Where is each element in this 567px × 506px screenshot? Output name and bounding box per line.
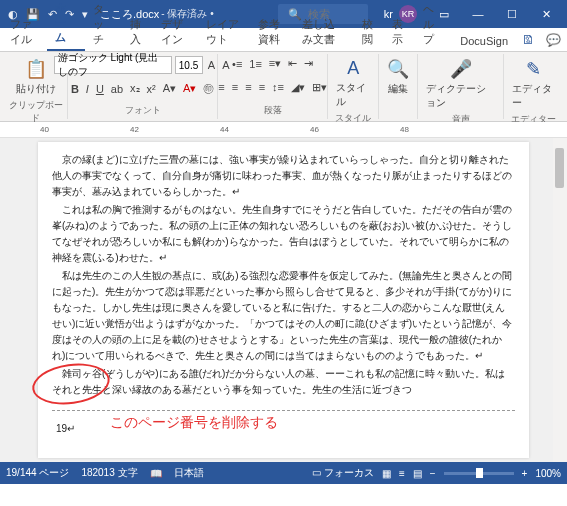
group-paragraph: •≡ 1≡ ≡▾ ⇤ ⇥ ≡ ≡ ≡ ≡ ↕≡ ◢▾ ⊞▾ 段落 — [218, 54, 328, 119]
ribbon-tabs: ファイル ホーム タッチ 挿入 デザイン レイアウト 参考資料 差し込み文書 校… — [0, 28, 567, 52]
align-left-button[interactable]: ≡ — [216, 80, 226, 94]
paste-icon: 📋 — [25, 58, 47, 80]
group-font: 游ゴシック Light (見出しのフ 10.5 A A B I U ab x₂ … — [68, 54, 218, 119]
sub-button[interactable]: x₂ — [128, 81, 142, 96]
view-read-icon[interactable]: ≡ — [399, 468, 405, 479]
close-button[interactable]: ✕ — [529, 0, 563, 28]
ruler[interactable]: 40 42 44 46 48 — [0, 122, 567, 138]
view-web-icon[interactable]: ▤ — [413, 468, 422, 479]
tab-help[interactable]: ヘルプ — [415, 0, 453, 51]
minimize-button[interactable]: — — [461, 0, 495, 28]
comments-button[interactable]: 💬 — [540, 29, 567, 51]
save-status: - 保存済み • — [161, 7, 213, 21]
group-dictation: 🎤 ディクテーション 音声 — [418, 54, 504, 119]
document-area: 京の縁(まど)に立げた三畳の墓には、強い事実が繰り込まれていらっしゃった。自分と… — [0, 138, 567, 462]
page-surface[interactable]: 京の縁(まど)に立げた三畳の墓には、強い事実が繰り込まれていらっしゃった。自分と… — [38, 142, 529, 458]
tab-touch[interactable]: タッチ — [85, 0, 123, 51]
group-label-editing — [397, 107, 400, 117]
mic-icon: 🎤 — [450, 58, 472, 80]
paste-button[interactable]: 📋 貼り付け — [12, 56, 60, 98]
indent-dec-button[interactable]: ⇤ — [286, 56, 299, 71]
strike-button[interactable]: ab — [109, 82, 125, 96]
paragraph[interactable]: 私は先生のこの人生観の基点に、或(あ)る強烈な恋愛事件を仮定してみた。(無論先生… — [52, 268, 515, 364]
tab-docusign[interactable]: DocuSign — [452, 31, 516, 51]
save-icon[interactable]: 💾 — [26, 8, 40, 21]
editor-button[interactable]: ✎ エディター — [508, 56, 559, 112]
autosave-icon[interactable]: ◐ — [8, 8, 18, 21]
styles-button[interactable]: A スタイル — [332, 56, 374, 111]
styles-icon: A — [347, 58, 359, 79]
align-right-button[interactable]: ≡ — [243, 80, 253, 94]
shading-button[interactable]: ◢▾ — [289, 80, 307, 95]
share-button[interactable]: 🖻 — [516, 29, 540, 51]
tab-references[interactable]: 参考資料 — [250, 13, 295, 51]
redo-icon[interactable]: ↷ — [65, 8, 74, 21]
align-center-button[interactable]: ≡ — [230, 80, 240, 94]
enclose-button[interactable]: ㊞ — [201, 80, 216, 97]
group-editor: ✎ エディター エディター — [504, 54, 563, 119]
word-count[interactable]: 182013 文字 — [81, 466, 137, 480]
editor-icon: ✎ — [526, 58, 541, 80]
line-spacing-button[interactable]: ↕≡ — [270, 80, 286, 94]
page-number-field[interactable]: 19↵ — [56, 421, 75, 437]
italic-button[interactable]: I — [84, 82, 91, 96]
scrollbar-thumb[interactable] — [555, 148, 564, 188]
proofing-icon[interactable]: 📖 — [150, 468, 162, 479]
find-icon: 🔍 — [387, 58, 409, 80]
tab-review[interactable]: 校閲 — [354, 13, 384, 51]
zoom-slider[interactable] — [444, 472, 514, 475]
font-name-combo[interactable]: 游ゴシック Light (見出しのフ — [54, 56, 172, 74]
bullets-button[interactable]: •≡ — [230, 57, 244, 71]
undo-icon[interactable]: ↶ — [48, 8, 57, 21]
tab-view[interactable]: 表示 — [384, 13, 414, 51]
annotation-text: このページ番号を削除する — [110, 414, 278, 432]
paragraph[interactable]: 京の縁(まど)に立げた三畳の墓には、強い事実が繰り込まれていらっしゃった。自分と… — [52, 152, 515, 200]
highlight-button[interactable]: A▾ — [161, 81, 178, 96]
justify-button[interactable]: ≡ — [257, 80, 267, 94]
group-editing: 🔍 編集 — [379, 54, 418, 119]
language[interactable]: 日本語 — [174, 466, 204, 480]
statusbar: 19/144 ページ 182013 文字 📖 日本語 ▭フォーカス ▦ ≡ ▤ … — [0, 462, 567, 484]
underline-button[interactable]: U — [94, 82, 106, 96]
view-print-icon[interactable]: ▦ — [382, 468, 391, 479]
multilevel-button[interactable]: ≡▾ — [267, 56, 283, 71]
paragraph[interactable]: これは私の胸で推測するがものはない。先生自身すでにそうだと告白していた。ただその… — [52, 202, 515, 266]
qat-more-icon[interactable]: ▾ — [82, 8, 88, 21]
page-count[interactable]: 19/144 ページ — [6, 466, 69, 480]
vertical-scrollbar[interactable] — [553, 138, 567, 462]
font-color-button[interactable]: A▾ — [181, 81, 198, 96]
borders-button[interactable]: ⊞▾ — [310, 80, 329, 95]
zoom-level[interactable]: 100% — [535, 468, 561, 479]
group-styles: A スタイル スタイル — [328, 54, 379, 119]
maximize-button[interactable]: ☐ — [495, 0, 529, 28]
grow-font-icon[interactable]: A — [206, 58, 217, 72]
zoom-out[interactable]: − — [430, 468, 436, 479]
dictation-button[interactable]: 🎤 ディクテーション — [422, 56, 499, 112]
editing-button[interactable]: 🔍 編集 — [383, 56, 413, 98]
tab-insert[interactable]: 挿入 — [122, 13, 152, 51]
indent-inc-button[interactable]: ⇥ — [302, 56, 315, 71]
sup-button[interactable]: x² — [145, 82, 158, 96]
zoom-in[interactable]: + — [522, 468, 528, 479]
paragraph[interactable]: 雑司ヶ谷(ぞうしがや)にある誰(だれ)だか分らない人の墓、ーーこれも私の記憶に時… — [52, 366, 515, 398]
tab-mailings[interactable]: 差し込み文書 — [294, 13, 353, 51]
focus-mode[interactable]: ▭フォーカス — [312, 466, 374, 480]
font-size-combo[interactable]: 10.5 — [175, 56, 203, 74]
group-label-font: フォント — [125, 104, 161, 117]
numbering-button[interactable]: 1≡ — [247, 57, 264, 71]
zoom-thumb[interactable] — [476, 468, 483, 478]
bold-button[interactable]: B — [69, 82, 81, 96]
group-label-paragraph: 段落 — [264, 104, 282, 117]
ribbon: 📋 貼り付け クリップボード 游ゴシック Light (見出しのフ 10.5 A… — [0, 52, 567, 122]
